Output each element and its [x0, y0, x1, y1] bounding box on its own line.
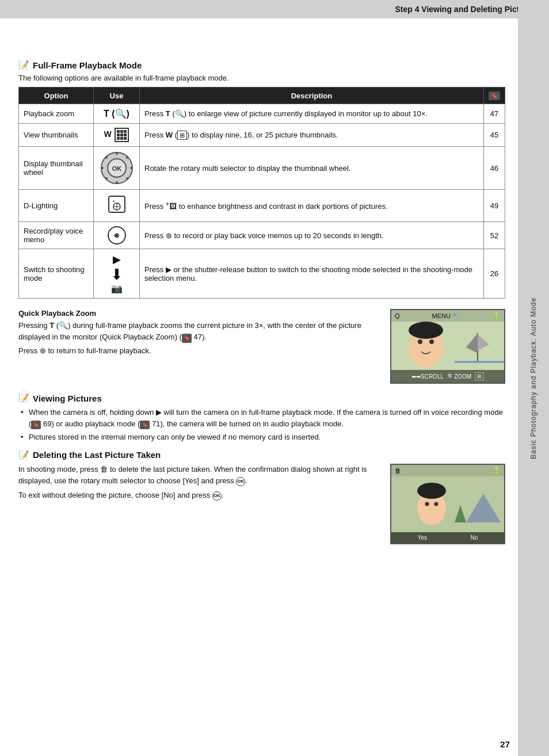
quick-text: Quick Playback Zoom Pressing T (🔍) durin…: [18, 309, 381, 357]
quick-title: Quick Playback Zoom: [18, 309, 381, 318]
rotary-selector-icon: OK: [100, 151, 134, 185]
lcd-top-bar2: 🗑 🔋: [391, 465, 504, 476]
right-sidebar: Basic Photography and Playback: Auto Mod…: [518, 0, 549, 756]
row-ref: 52: [484, 222, 505, 249]
row-desc: Press ▶ or the shutter-release button to…: [140, 249, 484, 299]
note-icon3: 📝: [18, 450, 29, 460]
ok-button-icon: ⊛: [108, 226, 126, 245]
intro-text: The following options are available in f…: [18, 74, 505, 82]
row-ref: 47: [484, 104, 505, 124]
th-description: Description: [140, 87, 484, 104]
svg-point-17: [418, 339, 422, 344]
fullframe-section-title: 📝 Full-Frame Playback Mode: [18, 60, 505, 70]
th-option: Option: [19, 87, 94, 104]
row-option: D-Lighting: [19, 190, 94, 222]
lcd-confirm-bar: Yes No: [391, 532, 504, 543]
grid-icon: [115, 128, 129, 142]
page-number: 27: [500, 739, 510, 749]
options-table: Option Use Description 🔖 Playback zoom T…: [18, 87, 505, 299]
row-ref: 46: [484, 147, 505, 190]
list-item: Pictures stored in the internal memory c…: [21, 432, 505, 443]
quick-para2: Press ⊛ to return to full-frame playback…: [18, 345, 381, 357]
row-option: View thumbnails: [19, 124, 94, 147]
row-option: Record/play voice memo: [19, 222, 94, 249]
svg-point-27: [425, 502, 429, 506]
viewing-bullets: When the camera is off, holding down ▶ w…: [18, 407, 505, 443]
delete-text: In shooting mode, press 🗑 to delete the …: [18, 464, 381, 502]
ok-inline-icon: OK: [236, 477, 245, 486]
lcd-bottom-bar: ⬅➡SCROLL 🔍ZOOM ⊞: [391, 370, 504, 383]
lcd-frame2: 🗑 🔋: [390, 464, 505, 544]
table-row: View thumbnails W: [19, 124, 505, 147]
svg-marker-22: [478, 334, 489, 350]
lcd-scene: [391, 322, 504, 368]
lcd-frame: Q MENU 🔧 🔋: [390, 309, 505, 384]
table-row: Record/play voice memo ⊛ Press ⊛ to reco…: [19, 222, 505, 249]
table-row: Playback zoom T (🔍) Press T (🔍) to enlar…: [19, 104, 505, 124]
row-use: OK: [94, 147, 140, 190]
header-bar: Step 4 Viewing and Deleting Pictures: [0, 0, 549, 18]
ok-inline-icon2: OK: [212, 491, 222, 501]
svg-point-10: [105, 177, 108, 180]
row-ref: 49: [484, 190, 505, 222]
svg-point-19: [409, 322, 443, 339]
table-row: D-Lighting +: [19, 190, 505, 222]
quick-playback-section: Quick Playback Zoom Pressing T (🔍) durin…: [18, 309, 505, 384]
viewing-section: 📝 Viewing Pictures When the camera is of…: [18, 393, 505, 443]
note-icon2: 📝: [18, 393, 29, 403]
row-ref: 45: [484, 124, 505, 147]
row-desc: Press +🖼 to enhance brightness and contr…: [140, 190, 484, 222]
t-icon: T (🔍): [104, 109, 129, 119]
table-row: Switch to shooting mode ▶ ⬇ 📷 Press ▶ or…: [19, 249, 505, 299]
svg-text:OK: OK: [112, 165, 121, 172]
row-use: W: [94, 124, 140, 147]
list-item: When the camera is off, holding down ▶ w…: [21, 407, 505, 429]
row-use: ▶ ⬇ 📷: [94, 249, 140, 299]
deleting-section: 📝 Deleting the Last Picture Taken In sho…: [18, 450, 505, 544]
delete-content: In shooting mode, press 🗑 to delete the …: [18, 464, 505, 544]
svg-point-4: [130, 167, 132, 169]
svg-marker-21: [466, 333, 478, 353]
delete-lcd: 🗑 🔋: [390, 464, 505, 544]
row-desc: Press T (🔍) to enlarge view of picture c…: [140, 104, 484, 124]
viewing-title: 📝 Viewing Pictures: [18, 393, 505, 403]
svg-point-6: [101, 167, 104, 169]
svg-point-18: [429, 339, 434, 344]
row-desc: Press W (⊞) to display nine, 16, or 25 p…: [140, 124, 484, 147]
lcd-top-bar: Q MENU 🔧 🔋: [391, 310, 504, 322]
th-ref: 🔖: [484, 87, 505, 104]
svg-point-3: [116, 152, 118, 155]
header-title: Step 4 Viewing and Deleting Pictures: [395, 5, 536, 14]
svg-point-9: [105, 156, 108, 159]
svg-point-7: [126, 156, 128, 159]
th-use: Use: [94, 87, 140, 104]
dlighting-icon: +: [98, 194, 135, 217]
row-desc: Rotate the rotary multi selector to disp…: [140, 147, 484, 190]
row-use: T (🔍): [94, 104, 140, 124]
row-option: Playback zoom: [19, 104, 94, 124]
row-use: ⊛: [94, 222, 140, 249]
row-use: +: [94, 190, 140, 222]
row-option: Switch to shooting mode: [19, 249, 94, 299]
svg-point-26: [417, 483, 446, 499]
row-ref: 26: [484, 249, 505, 299]
quick-para1: Pressing T (🔍) during full-frame playbac…: [18, 320, 381, 343]
svg-point-5: [116, 181, 118, 184]
switch-icon: ▶ ⬇ 📷: [98, 253, 135, 294]
svg-point-8: [126, 177, 128, 180]
svg-point-28: [434, 502, 439, 506]
lcd-scene2: [391, 476, 504, 528]
deleting-title: 📝 Deleting the Last Picture Taken: [18, 450, 505, 460]
table-row: Display thumbnail wheel OK: [19, 147, 505, 190]
row-option: Display thumbnail wheel: [19, 147, 94, 190]
note-icon: 📝: [18, 60, 29, 70]
lcd-display: Q MENU 🔧 🔋: [390, 309, 505, 384]
w-icon: W: [104, 129, 112, 139]
sidebar-label: Basic Photography and Playback: Auto Mod…: [529, 297, 537, 459]
row-desc: Press ⊛ to record or play back voice mem…: [140, 222, 484, 249]
